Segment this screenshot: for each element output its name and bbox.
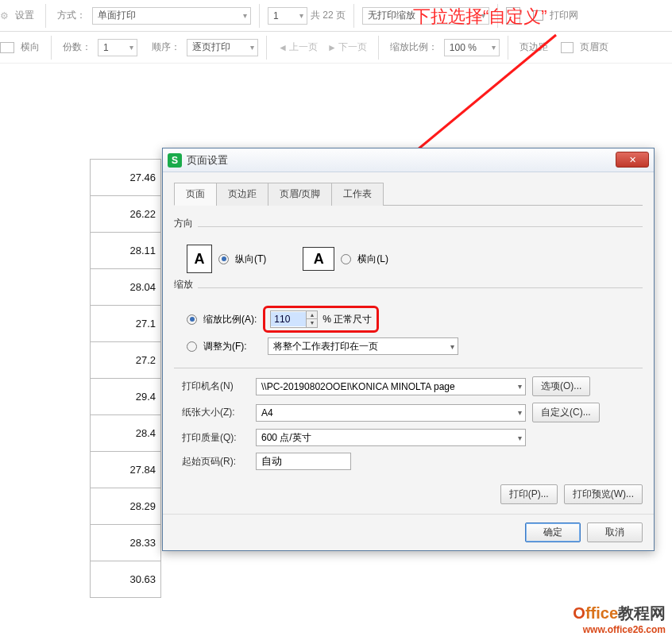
scale-ratio-radio[interactable] [187,314,197,325]
paper-size-row: 纸张大小(Z): A4 自定义(C)... [182,403,643,422]
portrait-radio[interactable] [218,254,229,264]
scale-suffix: % 正常尺寸 [322,313,372,326]
scale-ratio-select[interactable]: 100 % [444,39,500,56]
paper-size-label: 纸张大小(Z): [182,406,249,419]
watermark-url: www.office26.com [573,624,666,635]
tab-header-footer[interactable]: 页眉/页脚 [268,183,332,206]
margins-label[interactable]: 页边距 [519,40,548,54]
custom-button[interactable]: 自定义(C)... [532,403,600,422]
arrow-right-icon: ► [327,42,337,53]
table-cell: 29.4 [91,379,160,415]
landscape-label: 横向(L) [357,253,388,266]
options-button[interactable]: 选项(O)... [532,376,590,396]
start-page-input[interactable] [256,453,351,470]
scale-ratio-radio-label: 缩放比例(A): [203,313,257,326]
table-cell: 28.33 [91,525,160,561]
page-total-label: 共 22 页 [311,9,346,22]
app-icon: S [168,153,182,168]
table-cell: 27.46 [91,160,160,196]
printer-row: 打印机名(N) \\PC-20190802OOEI\KONICA MINOLTA… [182,376,643,396]
fit-to-radio[interactable] [187,341,197,352]
scale-ratio-label: 缩放比例： [390,40,438,54]
highlight-box: ▲▼ % 正常尺寸 [263,306,379,333]
dialog-body: 页面 页边距 页眉/页脚 工作表 方向 A 纵向(T) A 横向(L) 缩放 缩… [163,172,654,514]
tab-page[interactable]: 页面 [174,183,217,206]
tab-margins[interactable]: 页边距 [216,183,268,206]
gear-icon: ⚙ [0,10,9,21]
scale-spinner[interactable]: ▲▼ [270,310,318,328]
start-page-row: 起始页码(R): [182,453,643,470]
settings-label[interactable]: 设置 [15,9,34,22]
print-mode-select[interactable]: 单面打印 [92,7,251,25]
header-footer-icon [561,42,574,53]
table-cell: 28.29 [91,488,160,525]
divider [45,4,46,28]
page-number-select[interactable]: 1 [268,7,307,25]
portrait-label: 纵向(T) [235,253,266,266]
arrow-left-icon: ◄ [278,42,288,53]
paper-size-select[interactable]: A4 [256,404,526,422]
scale-ratio-row: 缩放比例(A): ▲▼ % 正常尺寸 [187,306,643,333]
orientation-label[interactable]: 横向 [21,40,40,54]
order-label: 顺序： [152,40,180,54]
orientation-row: A 纵向(T) A 横向(L) [187,245,643,273]
divider [378,36,379,60]
data-column: 27.46 26.22 28.11 28.04 27.1 27.2 29.4 2… [90,159,161,598]
scale-group-header: 缩放 [174,278,643,298]
close-icon: ✕ [629,155,636,165]
print-mode-label: 方式： [57,9,86,22]
copies-label: 份数： [63,40,91,54]
page-number-value: 1 [273,10,279,21]
table-cell: 30.63 [91,561,160,598]
toolbar-row-1: ⚙ 设置 方式： 单面打印 1 共 22 页 无打印缩放 打印网 [0,0,672,32]
orientation-icon [0,42,14,53]
printer-select[interactable]: \\PC-20190802OOEI\KONICA MINOLTA page [256,378,526,395]
tab-sheet[interactable]: 工作表 [331,183,384,206]
order-select[interactable]: 逐页打印 [187,39,258,56]
close-button[interactable]: ✕ [616,152,649,168]
start-page-label: 起始页码(R): [182,455,249,468]
next-page-button[interactable]: ► 下一页 [324,39,370,56]
action-row: 打印(P)... 打印预览(W)... [174,484,643,504]
fit-to-value: 将整个工作表打印在一页 [273,340,378,353]
table-cell: 28.04 [91,269,160,306]
toolbar-row-2: 横向 份数： 1 顺序： 逐页打印 ◄ 上一页 ► 下一页 缩放比例： 100 … [0,32,672,64]
divider [259,4,260,28]
print-quality-value: 600 点/英寸 [261,431,311,445]
portrait-icon: A [187,245,212,273]
prev-page-button[interactable]: ◄ 上一页 [275,39,321,56]
print-preview-button[interactable]: 打印预览(W)... [564,484,643,504]
fit-to-label: 调整为(F): [203,340,247,353]
landscape-icon: A [303,247,334,271]
cancel-button[interactable]: 取消 [587,522,643,542]
spinner-buttons[interactable]: ▲▼ [306,311,317,327]
printer-label: 打印机名(N) [182,380,249,393]
watermark: Office教程网 www.office26.com [573,603,666,635]
print-quality-select[interactable]: 600 点/英寸 [256,429,526,446]
page-setup-dialog: S 页面设置 ✕ 页面 页边距 页眉/页脚 工作表 方向 A 纵向(T) A 横… [162,148,655,551]
watermark-title: Office教程网 [573,603,666,624]
divider [508,36,508,60]
annotation-text: 下拉选择“自定义” [413,5,547,29]
copies-value: 1 [103,42,109,53]
scale-ratio-value: 100 % [450,42,477,53]
table-cell: 27.84 [91,452,160,488]
paper-size-value: A4 [261,407,273,418]
header-footer-label[interactable]: 页眉页 [580,40,608,54]
divider [51,36,52,60]
scale-input[interactable] [271,312,306,326]
scale-section-label: 缩放 [174,278,193,291]
copies-select[interactable]: 1 [98,39,137,56]
table-cell: 28.11 [91,233,160,269]
dialog-titlebar[interactable]: S 页面设置 ✕ [163,148,654,172]
printer-value: \\PC-20190802OOEI\KONICA MINOLTA page [261,381,455,392]
fit-to-select[interactable]: 将整个工作表打印在一页 [268,337,458,355]
landscape-radio[interactable] [341,254,351,264]
table-cell: 27.2 [91,342,160,379]
direction-group-header: 方向 [174,217,643,237]
table-cell: 27.1 [91,306,160,342]
print-mode-value: 单面打印 [98,9,136,22]
ok-button[interactable]: 确定 [525,522,581,542]
print-button[interactable]: 打印(P)... [500,484,558,504]
divider [353,4,354,28]
